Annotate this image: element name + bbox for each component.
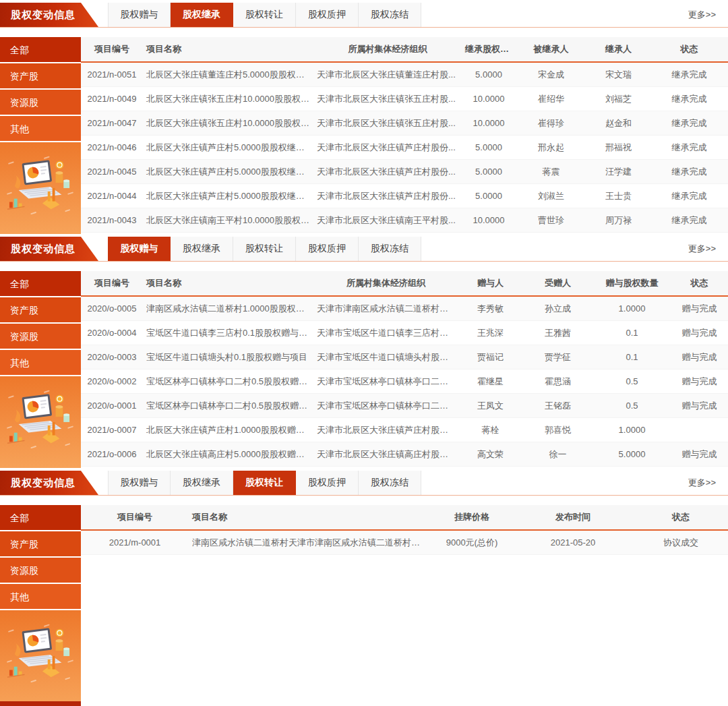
data-table: 项目编号项目名称所属村集体经济组织继承股权数量被继承人继承人状态 2021/n-… xyxy=(81,37,728,234)
table-row[interactable]: 2021/n-0044北辰区大张庄镇芦庄村5.0000股股权继承...天津市北辰… xyxy=(81,184,728,208)
data-table: 项目编号项目名称所属村集体经济组织赠与人受赠人赠与股权数量状态 2020/o-0… xyxy=(81,271,728,468)
table-cell: 2021/n-0051 xyxy=(81,69,143,80)
tab-0[interactable]: 股权赠与 xyxy=(108,3,171,27)
table-cell: 霍继星 xyxy=(458,376,522,388)
table-cell: 继承完成 xyxy=(650,142,728,154)
table-cell: 1.0000 xyxy=(593,303,671,314)
equity-change-section: 股权变动信息 股权赠与股权继承股权转让股权质押股权冻结 更多>> 全部资产股资源… xyxy=(0,237,728,468)
section-title-banner: 股权变动信息 xyxy=(0,471,98,495)
table-cell: 天津市北辰区大张庄镇芦庄村股份... xyxy=(313,424,458,436)
category-sidebar: 全部资产股资源股其他 xyxy=(0,505,81,706)
table-row[interactable]: 2021/n-0045北辰区大张庄镇芦庄村5.0000股股权继承...天津市北辰… xyxy=(81,160,728,184)
table-cell: 王兆深 xyxy=(458,327,522,339)
table-cell: 继承完成 xyxy=(650,69,728,81)
sidebar-item-1[interactable]: 资产股 xyxy=(0,297,81,324)
table-cell: 宝坻区林亭口镇林亭口二村0.5股股权赠与... xyxy=(143,400,313,412)
tab-3[interactable]: 股权质押 xyxy=(296,237,359,261)
table-cell: 赵金和 xyxy=(586,117,650,129)
sidebar-item-1[interactable]: 资产股 xyxy=(0,531,81,558)
table-cell: 宝坻区牛道口镇李三店村0.1股股权赠与项目 xyxy=(143,327,313,339)
tab-2[interactable]: 股权转让 xyxy=(233,237,296,261)
sidebar-item-3[interactable]: 其他 xyxy=(0,350,81,376)
tab-1[interactable]: 股权继承 xyxy=(171,237,233,261)
table-cell: 王铭磊 xyxy=(522,400,593,412)
table-cell: 津南区咸水沽镇二道桥村1.0000股股权赠... xyxy=(143,303,313,315)
table-cell: 赠与完成 xyxy=(671,351,728,363)
sidebar-item-3[interactable]: 其他 xyxy=(0,584,81,610)
table-row[interactable]: 2021/m-0001津南区咸水沽镇二道桥村天津市津南区咸水沽镇二道桥村股份经.… xyxy=(81,531,728,555)
sidebar-item-1[interactable]: 资产股 xyxy=(0,63,81,90)
table-cell: 北辰区大张庄镇芦庄村5.0000股股权继承... xyxy=(143,166,313,178)
table-row[interactable]: 2020/o-0002宝坻区林亭口镇林亭口二村0.5股股权赠与...天津市宝坻区… xyxy=(81,370,728,394)
table-cell: 5.0000 xyxy=(462,191,516,201)
tab-4[interactable]: 股权冻结 xyxy=(359,3,421,27)
more-link[interactable]: 更多>> xyxy=(688,477,728,489)
table-cell: 天津市北辰区大张庄镇高庄村股份... xyxy=(313,448,458,461)
tab-3[interactable]: 股权质押 xyxy=(296,471,359,495)
table-cell: 继承完成 xyxy=(650,93,728,105)
category-sidebar: 全部资产股资源股其他 xyxy=(0,271,81,468)
table-cell: 北辰区大张庄镇董连庄村5.0000股股权继... xyxy=(143,69,313,81)
table-cell: 天津市北辰区大张庄镇芦庄村股份... xyxy=(313,190,462,202)
table-row[interactable]: 2020/o-0004宝坻区牛道口镇李三店村0.1股股权赠与项目天津市宝坻区牛道… xyxy=(81,321,728,345)
sidebar-item-3[interactable]: 其他 xyxy=(0,116,81,142)
table-cell: 赠与完成 xyxy=(671,327,728,339)
column-header: 所属村集体经济组织 xyxy=(313,43,462,55)
table-body: 2021/n-0051北辰区大张庄镇董连庄村5.0000股股权继...天津市北辰… xyxy=(81,63,728,234)
table-row[interactable]: 2020/o-0001宝坻区林亭口镇林亭口二村0.5股股权赠与...天津市宝坻区… xyxy=(81,394,728,418)
table-cell: 北辰区大张庄镇南王平村10.0000股股权继... xyxy=(143,214,313,227)
sidebar-item-0[interactable]: 全部 xyxy=(0,37,81,63)
table-row[interactable]: 2021/n-0047北辰区大张庄镇张五庄村10.0000股股权继...天津市北… xyxy=(81,111,728,136)
table-body: 2020/o-0005津南区咸水沽镇二道桥村1.0000股股权赠...天津市津南… xyxy=(81,297,728,468)
table-row[interactable]: 2021/o-0007北辰区大张庄镇芦庄村1.0000股股权赠与...天津市北辰… xyxy=(81,418,728,442)
table-cell: 2020/o-0004 xyxy=(81,328,143,338)
table-row[interactable]: 2021/n-0046北辰区大张庄镇芦庄村5.0000股股权继承...天津市北辰… xyxy=(81,136,728,160)
tab-0[interactable]: 股权赠与 xyxy=(108,471,171,495)
tab-2-active[interactable]: 股权转让 xyxy=(233,471,296,495)
column-header: 受赠人 xyxy=(522,277,593,289)
table-cell: 10.0000 xyxy=(462,118,516,128)
column-header: 状态 xyxy=(650,43,728,55)
table-cell: 2021/n-0046 xyxy=(81,142,143,152)
sidebar-item-2[interactable]: 资源股 xyxy=(0,324,81,350)
sidebar-item-2[interactable]: 资源股 xyxy=(0,558,81,584)
table-cell: 5.0000 xyxy=(462,167,516,177)
tab-2[interactable]: 股权转让 xyxy=(233,3,296,27)
table-row[interactable]: 2020/o-0003宝坻区牛道口镇塘头村0.1股股权赠与项目天津市宝坻区牛道口… xyxy=(81,345,728,370)
table-cell: 5.0000 xyxy=(593,449,671,459)
table-cell: 宋金成 xyxy=(516,69,586,81)
table-row[interactable]: 2021/n-0043北辰区大张庄镇南王平村10.0000股股权继...天津市北… xyxy=(81,208,728,233)
tab-1[interactable]: 股权继承 xyxy=(171,471,233,495)
sidebar-item-0[interactable]: 全部 xyxy=(0,505,81,531)
more-link[interactable]: 更多>> xyxy=(688,243,728,255)
sidebar-item-0[interactable]: 全部 xyxy=(0,271,81,297)
section-header: 股权变动信息 股权赠与股权继承股权转让股权质押股权冻结 更多>> xyxy=(0,237,728,262)
table-row[interactable]: 2021/o-0006北辰区大张庄镇高庄村5.0000股股权赠与...天津市北辰… xyxy=(81,442,728,467)
table-header-row: 项目编号项目名称所属村集体经济组织赠与人受赠人赠与股权数量状态 xyxy=(81,271,728,297)
table-cell: 继承完成 xyxy=(650,166,728,178)
sidebar-item-2[interactable]: 资源股 xyxy=(0,90,81,116)
column-header: 继承人 xyxy=(586,43,650,55)
table-cell: 高文荣 xyxy=(458,448,522,461)
tab-0-active[interactable]: 股权赠与 xyxy=(108,237,171,261)
table-cell: 1.0000 xyxy=(593,425,671,435)
tab-4[interactable]: 股权冻结 xyxy=(359,471,421,495)
table-cell: 协议成交 xyxy=(634,537,728,549)
table-cell: 天津市北辰区大张庄镇张五庄村股... xyxy=(313,117,462,129)
sidebar-item-list: 全部资产股资源股其他 xyxy=(0,505,81,610)
section-header: 股权变动信息 股权赠与股权继承股权转让股权质押股权冻结 更多>> xyxy=(0,3,728,28)
table-cell: 北辰区大张庄镇张五庄村10.0000股股权继... xyxy=(143,93,313,105)
table-cell: 天津市宝坻区牛道口镇塘头村股份... xyxy=(313,351,458,363)
table-row[interactable]: 2020/o-0005津南区咸水沽镇二道桥村1.0000股股权赠...天津市津南… xyxy=(81,297,728,321)
category-sidebar: 全部资产股资源股其他 xyxy=(0,37,81,234)
tab-4[interactable]: 股权冻结 xyxy=(359,237,421,261)
section-header: 股权变动信息 股权赠与股权继承股权转让股权质押股权冻结 更多>> xyxy=(0,471,728,496)
tab-3[interactable]: 股权质押 xyxy=(296,3,359,27)
tab-1-active[interactable]: 股权继承 xyxy=(171,3,233,27)
table-cell: 宋文瑞 xyxy=(586,69,650,81)
table-row[interactable]: 2021/n-0049北辰区大张庄镇张五庄村10.0000股股权继...天津市北… xyxy=(81,87,728,111)
section-title: 股权变动信息 xyxy=(11,9,75,22)
more-link[interactable]: 更多>> xyxy=(688,9,728,21)
tab-bar: 股权赠与股权继承股权转让股权质押股权冻结 xyxy=(108,471,421,495)
table-row[interactable]: 2021/n-0051北辰区大张庄镇董连庄村5.0000股股权继...天津市北辰… xyxy=(81,63,728,87)
